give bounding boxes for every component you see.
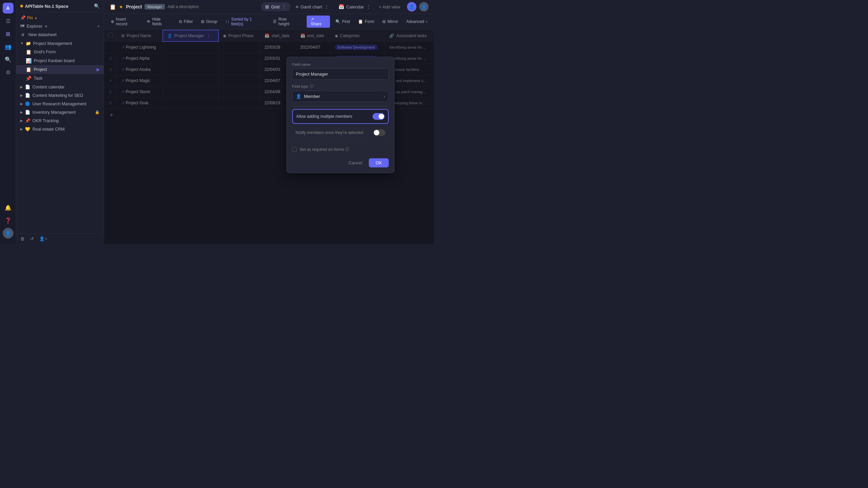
calendar-tab-icon: 📅: [338, 4, 344, 9]
app-layout: A ☰ ⊞ 👥 🔍 ⚙ 🔔 ❓ 👤 APITable No.1 Space 🔍 …: [0, 0, 434, 244]
row-height-icon: ☰: [273, 19, 277, 24]
row-height-button[interactable]: ☰ Row height: [270, 16, 301, 28]
tab-gantt[interactable]: ≡ Gantt chart ⋮: [292, 2, 333, 11]
user-avatar[interactable]: A: [3, 3, 14, 13]
sidebar-item-project[interactable]: 📋 Project ▶: [16, 65, 104, 74]
member-type-icon: 👤: [296, 94, 301, 99]
okr-icon: 📌: [25, 118, 30, 123]
cm-icon: 📄: [25, 93, 30, 98]
inv-chevron: ▶: [20, 110, 23, 114]
folder-icon: 📁: [26, 41, 31, 46]
cm-chevron: ▶: [20, 93, 23, 97]
popup-divider-2: [292, 141, 389, 142]
sidebar-item-kanban[interactable]: 📊 Project Kanban board: [16, 56, 104, 65]
field-type-value: 👤 Member: [296, 94, 320, 99]
home-icon[interactable]: ⊞: [3, 28, 14, 39]
hide-fields-button[interactable]: 👁 Hide fields: [144, 16, 174, 28]
inv-icon: 📄: [25, 110, 30, 115]
refresh-icon[interactable]: ↺: [30, 236, 34, 241]
group-button[interactable]: ⊞ Group: [198, 18, 220, 25]
bell-icon[interactable]: 🔔: [3, 202, 14, 213]
sidebar-item-user-research[interactable]: ▶ 🔵 User Research Management: [16, 100, 104, 108]
sorted-by-button[interactable]: ↑↓ Sorted by 1 field(s): [223, 16, 267, 28]
sidebar-item-project-management[interactable]: ▼ 📁 Project Management: [16, 39, 104, 48]
sidebar-item-new-datasheet[interactable]: # New datasheet: [16, 30, 104, 39]
share-button[interactable]: ↗ Share: [307, 16, 330, 28]
calendar-tab-menu[interactable]: ⋮: [366, 4, 371, 9]
field-name-input[interactable]: [292, 69, 389, 80]
add-member-icon[interactable]: 👤+: [39, 236, 47, 241]
pin-chevron: ▲: [34, 16, 37, 20]
explorer-group[interactable]: 🗺 Explorer ▼ +: [16, 22, 104, 30]
sidebar-item-task[interactable]: 📌 Task: [16, 74, 104, 83]
search-nav-icon[interactable]: 🔍: [3, 54, 14, 65]
grid-tab-icon: ⊞: [265, 4, 269, 9]
gantt-tab-icon: ≡: [296, 4, 299, 9]
ur-chevron: ▶: [20, 102, 23, 106]
tab-grid[interactable]: ⊞ Grid ⋮: [261, 2, 290, 11]
ok-button[interactable]: OK: [369, 158, 389, 167]
re-icon: 💛: [25, 127, 30, 132]
view-tabs: ⊞ Grid ⋮ ≡ Gantt chart ⋮ 📅 Calendar ⋮: [261, 2, 403, 11]
form-icon: 📋: [358, 19, 363, 24]
space-dot: [20, 5, 23, 7]
people-icon[interactable]: 👥: [3, 41, 14, 52]
hash-icon: #: [20, 32, 26, 37]
sidebar-item-inventory[interactable]: ▶ 📄 Inventory Management 🔒: [16, 108, 104, 116]
pm-chevron: ▼: [20, 42, 24, 45]
sidebar-item-grids-form[interactable]: 📋 Grid's Form: [16, 48, 104, 56]
required-checkbox[interactable]: [292, 147, 297, 152]
tab-calendar[interactable]: 📅 Calendar ⋮: [334, 2, 375, 11]
form-button[interactable]: 📋 Form: [355, 18, 377, 25]
topbar-avatar2[interactable]: 👤: [419, 2, 429, 11]
explorer-icon: 🗺: [20, 24, 25, 29]
add-description[interactable]: Add a description: [168, 4, 199, 9]
star-icon[interactable]: ★: [119, 4, 123, 9]
settings-icon[interactable]: ⚙: [3, 67, 14, 78]
filter-button[interactable]: ⧉ Filter: [176, 18, 196, 25]
sidebar-item-content-marketing[interactable]: ▶ 📄 Content Marketing for SEO: [16, 91, 104, 100]
kanban-icon: 📊: [26, 58, 31, 63]
bottom-avatar[interactable]: 👤: [3, 228, 14, 239]
cc-icon: 📄: [25, 84, 30, 89]
pin-section: 📌 Pin ▲: [16, 12, 104, 22]
required-info-icon: ⓘ: [345, 146, 349, 152]
add-icon[interactable]: +: [97, 24, 100, 29]
project-emoji: 📋: [109, 4, 116, 10]
insert-record-button[interactable]: ⊕ Insert record: [108, 16, 141, 28]
topbar-user-actions: 👤 👤: [407, 2, 429, 11]
field-type-info-icon: ⓘ: [310, 84, 313, 89]
allow-multiple-toggle[interactable]: [373, 113, 385, 120]
pin-icon: 📌: [20, 15, 26, 20]
advanced-button[interactable]: Advanced ›: [404, 18, 430, 25]
topbar-row1: 📋 ★ Project Manager Add a description ⊞ …: [104, 0, 434, 14]
mirror-icon: ⊞: [382, 19, 386, 24]
find-button[interactable]: 🔍 Find: [333, 18, 353, 25]
add-view-button[interactable]: + Add view: [376, 3, 403, 11]
hide-fields-icon: 👁: [147, 19, 151, 24]
notify-toggle[interactable]: [373, 129, 385, 136]
topbar-avatar[interactable]: 👤: [407, 2, 416, 11]
manager-badge: Manager: [145, 4, 164, 9]
sidebar-search-icon[interactable]: 🔍: [94, 3, 100, 9]
form-icon: 📋: [26, 49, 31, 55]
gantt-tab-menu[interactable]: ⋮: [324, 4, 329, 9]
grid-tab-menu[interactable]: ⋮: [282, 4, 286, 9]
sidebar-item-real-estate[interactable]: ▶ 💛 Real estate CRM: [16, 125, 104, 133]
main-content: 📋 ★ Project Manager Add a description ⊞ …: [104, 0, 434, 244]
sidebar-item-content-calendar[interactable]: ▶ 📄 Content calendar: [16, 83, 104, 91]
trash-icon[interactable]: 🗑: [20, 236, 25, 241]
help-icon[interactable]: ❓: [3, 215, 14, 226]
sort-icon: ↑↓: [225, 19, 229, 24]
project-title-area: 📋 ★ Project Manager Add a description: [109, 4, 257, 10]
cancel-button[interactable]: Cancel: [344, 158, 366, 167]
filter-icon: ⧉: [179, 19, 182, 24]
field-type-selector[interactable]: 👤 Member ›: [292, 91, 389, 102]
group-icon: ⊞: [201, 19, 204, 24]
mirror-button[interactable]: ⊞ Mirror: [380, 18, 401, 25]
sidebar-toggle-icon[interactable]: ☰: [3, 16, 14, 26]
sidebar-item-okr[interactable]: ▶ 📌 OKR Tracking: [16, 116, 104, 125]
sidebar-footer: 🗑 ↺ 👤+: [16, 233, 104, 244]
project-active-indicator: ▶: [97, 67, 100, 72]
okr-chevron: ▶: [20, 119, 23, 123]
